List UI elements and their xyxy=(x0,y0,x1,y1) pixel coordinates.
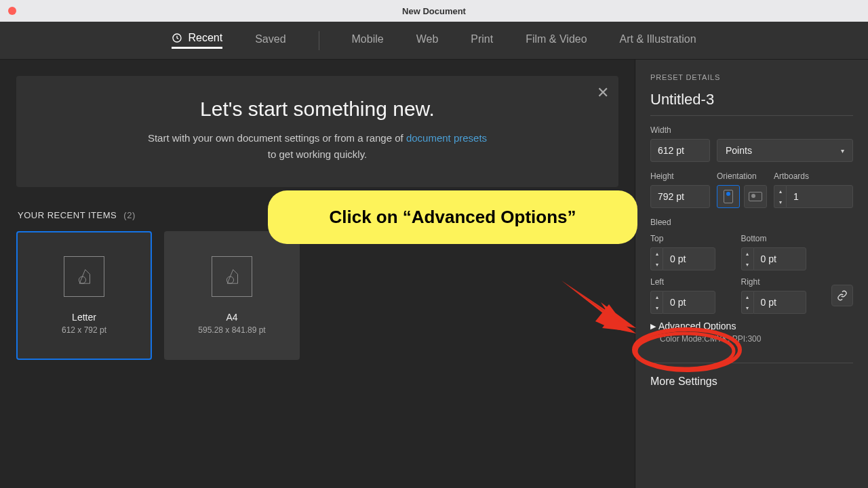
tab-web[interactable]: Web xyxy=(416,33,439,48)
chevron-right-icon: ▶ xyxy=(650,322,656,331)
svg-point-1 xyxy=(79,277,85,283)
hero-line1: Start with your own document settings or… xyxy=(148,132,406,144)
recent-items-grid: Letter 612 x 792 pt A4 595.28 x 841.89 p… xyxy=(16,231,618,360)
window-titlebar: New Document xyxy=(0,0,868,22)
artboards-stepper[interactable]: ▴▾ 1 xyxy=(774,185,853,208)
preset-card-a4[interactable]: A4 595.28 x 841.89 pt xyxy=(164,231,300,360)
step-down-icon[interactable]: ▾ xyxy=(651,259,663,270)
bleed-right-stepper[interactable]: ▴▾ 0 pt xyxy=(741,291,824,314)
bleed-bottom-input[interactable]: 0 pt xyxy=(753,247,806,270)
artboards-input[interactable]: 1 xyxy=(786,185,853,208)
document-name-field[interactable]: Untitled-3 xyxy=(650,91,853,116)
document-presets-link[interactable]: document presets xyxy=(406,132,487,144)
step-down-icon[interactable]: ▾ xyxy=(742,259,753,270)
recent-items-count: (2) xyxy=(123,210,135,220)
step-down-icon[interactable]: ▾ xyxy=(742,302,753,313)
content-area: ✕ Let's start something new. Start with … xyxy=(0,60,635,488)
bleed-left-input[interactable]: 0 pt xyxy=(663,291,715,314)
window-title: New Document xyxy=(0,6,868,16)
document-icon xyxy=(64,256,104,297)
units-value: Points xyxy=(726,145,752,156)
tab-film-video[interactable]: Film & Video xyxy=(526,33,587,48)
recent-items-title: YOUR RECENT ITEMS xyxy=(18,210,117,220)
step-up-icon[interactable]: ▴ xyxy=(742,291,753,302)
tab-mobile-label: Mobile xyxy=(352,33,384,45)
preset-details-panel: PRESET DETAILS Untitled-3 Width 612 pt P… xyxy=(635,60,868,488)
step-up-icon[interactable]: ▴ xyxy=(742,248,753,259)
document-icon xyxy=(212,256,252,297)
bleed-bottom-stepper[interactable]: ▴▾ 0 pt xyxy=(741,247,824,270)
tab-recent-label: Recent xyxy=(188,32,222,44)
step-up-icon[interactable]: ▴ xyxy=(651,291,663,302)
close-window-icon[interactable] xyxy=(8,7,16,15)
tab-separator xyxy=(319,31,319,50)
hero-banner: ✕ Let's start something new. Start with … xyxy=(16,76,618,187)
bleed-top-stepper[interactable]: ▴▾ 0 pt xyxy=(650,247,733,270)
step-up-icon[interactable]: ▴ xyxy=(651,248,663,259)
orientation-label: Orientation xyxy=(717,171,767,181)
preset-card-letter[interactable]: Letter 612 x 792 pt xyxy=(16,231,152,360)
advanced-options-summary: Color Mode:CMYK, PPI:300 xyxy=(660,334,853,344)
tab-art-label: Art & Illustration xyxy=(620,33,696,45)
bleed-right-label: Right xyxy=(741,277,824,287)
preset-dimensions: 595.28 x 841.89 pt xyxy=(198,325,265,335)
preset-dimensions: 612 x 792 pt xyxy=(62,325,106,335)
bleed-right-input[interactable]: 0 pt xyxy=(753,291,806,314)
bleed-top-label: Top xyxy=(650,234,733,243)
bleed-left-stepper[interactable]: ▴▾ 0 pt xyxy=(650,291,733,314)
hero-line2: to get working quickly. xyxy=(268,148,367,160)
orientation-portrait-button[interactable] xyxy=(717,185,740,208)
svg-marker-5 xyxy=(561,281,633,331)
tab-saved-label: Saved xyxy=(255,33,285,45)
step-down-icon[interactable]: ▾ xyxy=(774,197,786,207)
width-label: Width xyxy=(650,125,853,135)
hero-subtext: Start with your own document settings or… xyxy=(43,130,591,163)
bleed-bottom-label: Bottom xyxy=(741,234,824,243)
annotation-callout: Click on “Advanced Options” xyxy=(268,190,637,244)
advanced-options-label: Advanced Options xyxy=(658,321,736,331)
height-label: Height xyxy=(650,171,710,181)
tab-mobile[interactable]: Mobile xyxy=(352,33,384,48)
preset-name: A4 xyxy=(226,312,237,323)
more-settings-button[interactable]: More Settings xyxy=(650,363,853,388)
bleed-left-label: Left xyxy=(650,277,733,287)
bleed-label: Bleed xyxy=(650,218,853,227)
panel-header: PRESET DETAILS xyxy=(650,73,853,81)
tab-art-illustration[interactable]: Art & Illustration xyxy=(620,33,696,48)
tab-print-label: Print xyxy=(471,33,493,45)
close-icon[interactable]: ✕ xyxy=(597,84,609,102)
width-input[interactable]: 612 pt xyxy=(650,139,710,162)
link-bleed-icon[interactable] xyxy=(831,285,853,306)
annotation-arrow-icon xyxy=(561,281,636,342)
tab-film-label: Film & Video xyxy=(526,33,587,45)
svg-point-2 xyxy=(226,277,233,283)
tab-print[interactable]: Print xyxy=(471,33,493,48)
tab-recent[interactable]: Recent xyxy=(172,32,222,49)
preset-name: Letter xyxy=(72,312,96,323)
advanced-options-toggle[interactable]: ▶ Advanced Options xyxy=(650,321,853,331)
category-tabs: Recent Saved Mobile Web Print Film & Vid… xyxy=(0,22,868,60)
chevron-down-icon: ▾ xyxy=(841,147,844,155)
artboards-label: Artboards xyxy=(774,171,853,181)
bleed-top-input[interactable]: 0 pt xyxy=(663,247,715,270)
tab-saved[interactable]: Saved xyxy=(255,33,285,48)
height-input[interactable]: 792 pt xyxy=(650,185,710,208)
hero-heading: Let's start something new. xyxy=(43,98,591,121)
clock-icon xyxy=(172,33,182,43)
tab-web-label: Web xyxy=(416,33,439,45)
step-down-icon[interactable]: ▾ xyxy=(651,302,663,313)
orientation-landscape-button[interactable] xyxy=(744,185,767,208)
step-up-icon[interactable]: ▴ xyxy=(774,186,786,197)
units-select[interactable]: Points ▾ xyxy=(717,139,853,162)
